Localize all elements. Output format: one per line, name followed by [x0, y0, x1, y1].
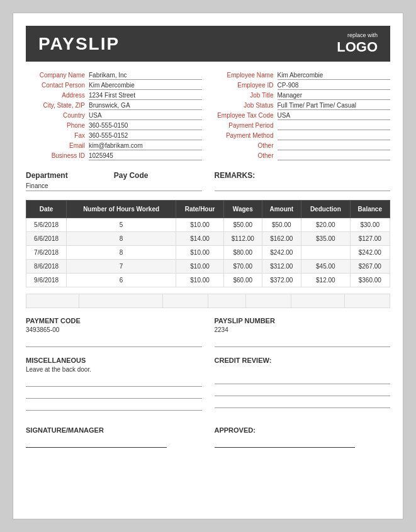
empty-rows-table — [26, 294, 390, 308]
table-header-row: DateNumber of Hours WorkedRate/HourWages… — [26, 201, 390, 218]
dept-right: REMARKS: — [215, 171, 391, 191]
dept-left: Department Pay Code Finance — [26, 171, 202, 191]
table-cell: $312.00 — [262, 260, 301, 274]
left-info-row: Contact Person Kim Abercombie — [26, 82, 202, 90]
credit-review-col: CREDIT REVIEW: — [215, 357, 391, 414]
table-cell: 9/6/2018 — [26, 274, 67, 287]
approved-label: APPROVED: — [215, 426, 391, 434]
table-cell: $242.00 — [262, 246, 301, 260]
misc-value: Leave at the back door. — [26, 366, 202, 373]
info-value: USA — [89, 112, 202, 120]
table-cell: 7 — [67, 260, 176, 274]
info-label: Payment Method — [215, 132, 278, 139]
info-value: kim@fabrikam.com — [89, 142, 202, 150]
table-cell: $10.00 — [176, 274, 224, 287]
info-label: Contact Person — [26, 82, 89, 89]
remarks-line — [215, 182, 391, 191]
table-row: 6/6/20188$14.00$112.00$162.00$35.00$127.… — [26, 232, 390, 246]
logo-area: replace with LOGO — [337, 32, 378, 55]
payslip-table: DateNumber of Hours WorkedRate/HourWages… — [26, 200, 390, 287]
info-value — [278, 132, 391, 140]
info-value: Brunswick, GA — [89, 102, 202, 110]
info-value: Fabrikam, Inc — [89, 72, 202, 80]
info-value — [278, 142, 391, 150]
table-cell: $14.00 — [176, 232, 224, 246]
approved-line — [215, 439, 356, 448]
left-info-row: Company Name Fabrikam, Inc — [26, 72, 202, 80]
table-header-cell: Amount — [262, 201, 301, 218]
table-row: 7/6/20188$10.00$80.00$242.00$242.00 — [26, 246, 390, 260]
payslip-number-line — [215, 338, 391, 347]
info-label: Address — [26, 92, 89, 99]
table-cell: 5 — [67, 218, 176, 232]
signature-label: SIGNATURE/MANAGER — [26, 426, 202, 434]
info-value: Manager — [278, 92, 391, 100]
table-cell: $372.00 — [262, 274, 301, 287]
right-info-row: Employee ID CP-908 — [215, 82, 391, 90]
logo-small-text: replace with — [347, 32, 378, 38]
right-info-col: Employee Name Kim Abercombie Employee ID… — [215, 72, 391, 162]
header: PAYSLIP replace with LOGO — [26, 26, 390, 62]
table-cell: 6 — [67, 274, 176, 287]
info-label: Fax — [26, 132, 89, 139]
table-cell: $10.00 — [176, 246, 224, 260]
left-info-row: Phone 360-555-0150 — [26, 122, 202, 130]
misc-col: MISCELLANEOUS Leave at the back door. — [26, 357, 202, 414]
payment-code-label: PAYMENT CODE — [26, 317, 202, 324]
credit-review-line-1 — [215, 375, 391, 384]
table-cell: $30.00 — [350, 218, 390, 232]
table-row: 8/6/20187$10.00$70.00$312.00$45.00$267.0… — [26, 260, 390, 274]
info-value: USA — [278, 112, 391, 120]
credit-review-line-2 — [215, 387, 391, 396]
table-cell: $60.00 — [224, 274, 262, 287]
table-cell: $12.00 — [301, 274, 350, 287]
payment-code-line — [26, 338, 202, 347]
info-label: Employee Name — [215, 72, 278, 79]
left-info-row: City, State, ZIP Brunswick, GA — [26, 102, 202, 110]
right-info-row: Payment Method — [215, 132, 391, 140]
table-row: 5/6/20185$10.00$50.00$50.00$20.00$30.00 — [26, 218, 390, 232]
info-value: 360-555-0152 — [89, 132, 202, 140]
table-header-cell: Date — [26, 201, 67, 218]
info-label: Email — [26, 142, 89, 149]
table-cell: $80.00 — [224, 246, 262, 260]
left-info-row: Business ID 1025945 — [26, 152, 202, 160]
credit-review-line-3 — [215, 399, 391, 408]
info-label: Country — [26, 112, 89, 119]
misc-line-2 — [26, 390, 202, 399]
table-cell: 7/6/2018 — [26, 246, 67, 260]
table-cell — [301, 246, 350, 260]
info-value: 360-555-0150 — [89, 122, 202, 130]
signature-approved-section: SIGNATURE/MANAGER APPROVED: — [26, 426, 390, 448]
table-cell: $112.00 — [224, 232, 262, 246]
info-label: Payment Period — [215, 122, 278, 129]
payslip-title: PAYSLIP — [38, 34, 120, 54]
left-info-row: Country USA — [26, 112, 202, 120]
table-cell: $162.00 — [262, 232, 301, 246]
info-label: City, State, ZIP — [26, 102, 89, 109]
right-info-row: Employee Tax Code USA — [215, 112, 391, 120]
left-info-row: Email kim@fabrikam.com — [26, 142, 202, 150]
payslip-page: PAYSLIP replace with LOGO Company Name F… — [13, 13, 403, 519]
payslip-number-label: PAYSLIP NUMBER — [215, 317, 391, 324]
paycode-value — [114, 182, 202, 191]
dept-section: Department Pay Code Finance REMARKS: — [26, 171, 390, 191]
table-cell: 5/6/2018 — [26, 218, 67, 232]
payslip-number-col: PAYSLIP NUMBER 2234 — [215, 317, 391, 350]
info-label: Job Status — [215, 102, 278, 109]
table-cell: $20.00 — [301, 218, 350, 232]
table-cell: $35.00 — [301, 232, 350, 246]
info-value: Kim Abercombie — [89, 82, 202, 90]
table-header-cell: Rate/Hour — [176, 201, 224, 218]
table-cell: $10.00 — [176, 218, 224, 232]
left-info-row: Fax 360-555-0152 — [26, 132, 202, 140]
info-value — [278, 152, 391, 160]
right-info-row: Employee Name Kim Abercombie — [215, 72, 391, 80]
info-label: Business ID — [26, 152, 89, 159]
signature-line — [26, 439, 167, 448]
misc-line-1 — [26, 378, 202, 387]
info-label: Employee Tax Code — [215, 112, 278, 119]
right-info-row: Other — [215, 152, 391, 160]
info-value: Kim Abercombie — [278, 72, 391, 80]
info-label: Phone — [26, 122, 89, 129]
